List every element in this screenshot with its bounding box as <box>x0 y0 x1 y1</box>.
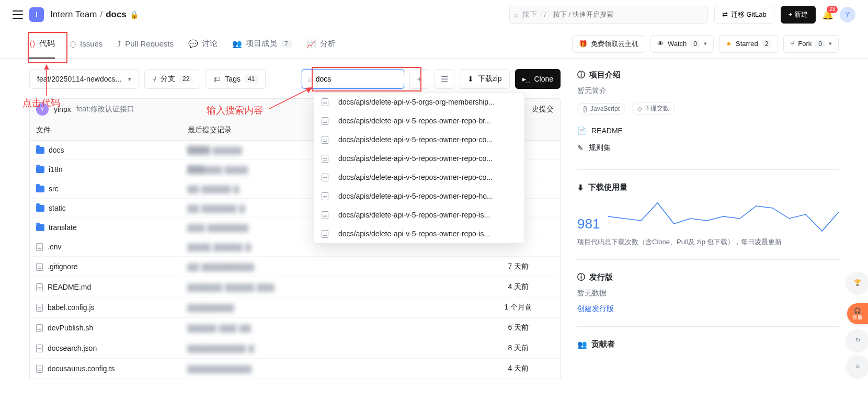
tab-discussions[interactable]: 💬 讨论 <box>188 29 218 59</box>
suggestion-item[interactable]: docs/apis/delete-api-v-5-repos-owner-rep… <box>314 149 524 168</box>
float-refresh[interactable]: ↻ <box>847 329 868 350</box>
star-icon: ★ <box>726 40 732 48</box>
menu-toggle[interactable] <box>13 10 23 19</box>
section-downloads-title: ⬇ 下载使用量 <box>577 182 839 192</box>
global-search[interactable]: ⌕ 按下 / <box>509 6 708 24</box>
file-icon <box>322 136 328 144</box>
chip-commits[interactable]: ◇ 3 提交数 <box>632 102 675 115</box>
table-row[interactable]: docusaurus.config.ts▓▓▓▓▓▓▓▓▓▓▓4 天前 <box>30 359 561 379</box>
tab-analytics[interactable]: 📈 分析 <box>306 29 336 59</box>
fork-icon: ⑂ <box>790 40 794 48</box>
watch-button[interactable]: 👁 Watch 0 ▾ <box>650 35 714 53</box>
suggestion-item[interactable]: docs/apis/delete-api-v-5-repos-owner-rep… <box>314 187 524 205</box>
tags-button[interactable]: 🏷 Tags 41 <box>205 69 266 89</box>
section-contributors-title: 👥 贡献者 <box>577 339 839 349</box>
table-row[interactable]: babel.config.js▓▓▓▓▓▓▓▓1 个月前 <box>30 297 561 318</box>
branch-icon: ⑂ <box>152 75 156 83</box>
tab-members[interactable]: 👥 项目成员 7 <box>232 29 292 59</box>
layout-button[interactable]: ☰ <box>435 69 454 89</box>
search-kbd: / <box>541 11 549 18</box>
file-time: 6 天前 <box>477 318 561 338</box>
file-icon: 📄 <box>577 127 586 135</box>
code-icon: ⟨⟩ <box>29 39 36 49</box>
section-release-title: ⓘ 发行版 <box>577 272 839 282</box>
suggestion-item[interactable]: docs/apis/delete-api-v-5-repos-owner-rep… <box>314 168 524 187</box>
file-icon <box>322 211 328 219</box>
readme-link[interactable]: 📄 README <box>577 122 839 139</box>
file-icon <box>36 263 43 271</box>
commit-message: feat:修改认证接口 <box>76 105 134 114</box>
commit-msg-blurred: ▓▓ ▓▓▓▓▓▓▓▓▓ <box>188 262 255 271</box>
tab-pull-requests[interactable]: ⤴ Pull Requests <box>117 29 174 59</box>
suggestion-item[interactable]: docs/apis/delete-api-v-5-repos-owner-rep… <box>314 205 524 224</box>
fork-button[interactable]: ⑂ Fork 0 ▾ <box>783 35 839 53</box>
members-count: 7 <box>281 40 292 48</box>
global-search-input[interactable] <box>553 10 703 18</box>
downloads-value: 981 <box>577 216 600 232</box>
history-link[interactable]: 史提交 <box>532 105 554 114</box>
suggestion-item[interactable]: docs/apis/delete-api-v-5-repos-owner-rep… <box>314 130 524 149</box>
commit-msg-blurred: ████ ▓▓▓▓▓ <box>188 146 243 154</box>
branch-selector[interactable]: feat/20250114-newdocs... ▾ <box>29 69 139 89</box>
table-row[interactable]: README.md▓▓▓▓▓▓ ▓▓▓▓▓ ▓▓▓4 天前 <box>30 277 561 297</box>
tags-count: 41 <box>245 75 258 83</box>
terminal-icon: ▸_ <box>522 75 530 83</box>
create-release-link[interactable]: 创建发行版 <box>577 304 839 314</box>
chip-language[interactable]: {} JavaScript <box>577 103 625 114</box>
tab-code[interactable]: ⟨⟩ 代码 <box>29 29 55 59</box>
table-row[interactable]: .gitignore▓▓ ▓▓▓▓▓▓▓▓▓7 天前 <box>30 257 561 277</box>
file-time: 4 天前 <box>477 277 561 297</box>
commit-msg-blurred: ▓▓▓▓▓▓ ▓▓▓▓▓ ▓▓▓ <box>188 283 275 291</box>
download-icon: ⬇ <box>467 75 474 83</box>
free-host-button[interactable]: 🎁 免费领取云主机 <box>572 35 645 53</box>
file-icon <box>36 324 43 332</box>
repo-name[interactable]: docs <box>106 9 127 20</box>
add-file-button[interactable]: ＋ <box>409 69 429 89</box>
suggestion-item[interactable]: docs/apis/delete-api-v-5-repos-owner-rep… <box>314 111 524 130</box>
clone-button[interactable]: ▸_ Clone <box>515 69 561 89</box>
suggestion-item[interactable]: docs/apis/delete-api-v-5-repos-owner-rep… <box>314 224 524 243</box>
tag-icon: 🏷 <box>213 75 221 83</box>
team-badge[interactable]: I <box>29 7 44 22</box>
commit-msg-blurred: ▓▓▓▓▓▓▓▓▓▓ ▓ <box>188 344 255 352</box>
kbd-hint: 按下 <box>522 10 537 19</box>
file-search-input[interactable] <box>316 75 407 83</box>
info-icon: ⓘ <box>577 70 585 80</box>
table-row[interactable]: docsearch.json▓▓▓▓▓▓▓▓▓▓ ▓8 天前 <box>30 338 561 359</box>
table-row[interactable]: devPublish.sh▓▓▓▓▓ ▓▓▓ ▓▓6 天前 <box>30 318 561 338</box>
chevron-down-icon: ▾ <box>128 76 131 83</box>
rules-icon: ✎ <box>577 144 584 152</box>
user-avatar[interactable]: Y <box>840 7 855 22</box>
plus-icon: ＋ <box>415 74 424 85</box>
tab-issues[interactable]: ◌ Issues <box>70 29 102 59</box>
branches-button[interactable]: ⑂ 分支 22 <box>144 69 200 89</box>
file-icon <box>36 345 43 352</box>
migrate-gitlab-button[interactable]: ⇄ 迁移 GitLab <box>714 6 774 24</box>
download-zip-button[interactable]: ⬇ 下载zip <box>460 69 510 89</box>
pr-icon: ⤴ <box>117 39 121 48</box>
suggestion-item[interactable]: docs/apis/delete-api-v-5-orgs-org-member… <box>314 93 524 111</box>
file-icon <box>322 155 328 163</box>
folder-icon <box>36 224 44 231</box>
commit-msg-blurred: ▓▓▓▓ ▓▓▓▓▓ ▓ <box>188 243 252 251</box>
file-icon <box>322 174 328 181</box>
file-search[interactable]: ⌕ <box>302 69 404 89</box>
branches-count: 22 <box>179 75 192 83</box>
rules-link[interactable]: ✎ 规则集 <box>577 139 839 157</box>
members-icon: 👥 <box>232 39 242 49</box>
commit-msg-blurred: ▓▓▓▓▓ ▓▓▓ ▓▓ <box>188 324 252 332</box>
notifications-button[interactable]: 🔔 23 <box>822 9 833 20</box>
star-button[interactable]: ★ Starred 2 <box>719 35 778 53</box>
analytics-icon: 📈 <box>306 39 316 49</box>
breadcrumb: Intern Team / docs 🔒 <box>50 9 139 20</box>
headset-icon: 🎧 <box>854 307 861 314</box>
float-service[interactable]: 🎧 客服 <box>847 303 868 324</box>
float-feedback[interactable]: ☺ <box>847 356 868 376</box>
eye-icon: 👁 <box>657 40 664 48</box>
float-trophy[interactable]: 🏆 <box>847 272 868 293</box>
file-time: 7 天前 <box>477 257 561 277</box>
folder-icon <box>36 166 44 173</box>
commit-msg-blurred: ▓▓▓▓▓▓▓▓ <box>188 303 235 312</box>
new-button[interactable]: + 新建 <box>781 6 816 24</box>
team-name[interactable]: Intern Team <box>50 9 97 20</box>
